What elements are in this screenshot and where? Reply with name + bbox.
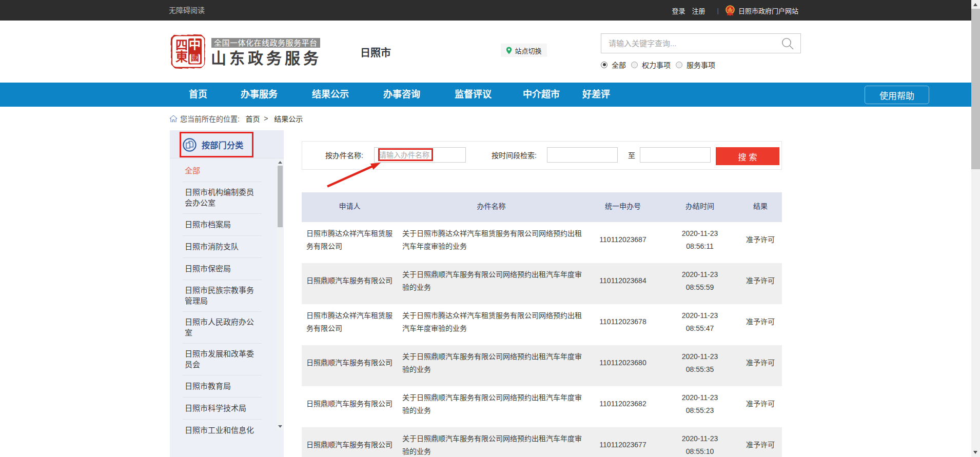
svg-text:中: 中 [189, 38, 201, 51]
svg-text:國: 國 [191, 53, 199, 62]
svg-text:東: 東 [175, 50, 188, 64]
